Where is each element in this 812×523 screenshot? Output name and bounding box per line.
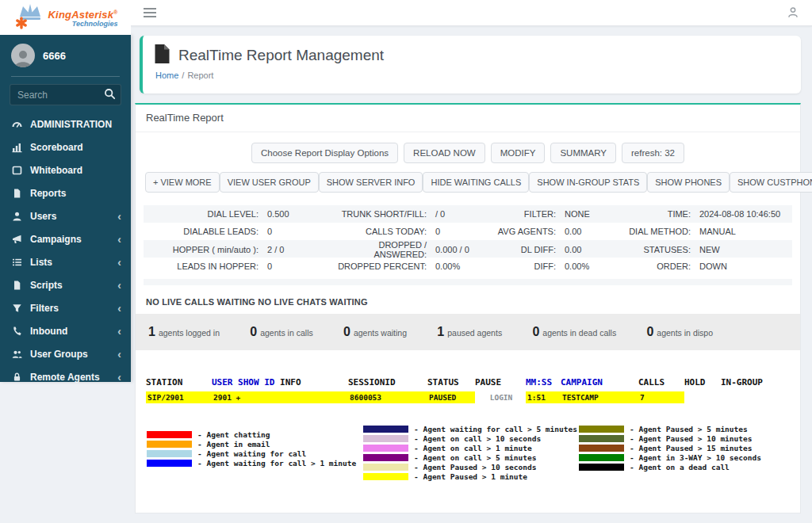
realtime-report-panel: RealTime Report Choose Report Display Op…: [135, 103, 801, 513]
color-swatch: [363, 435, 408, 442]
sidebar-item-inbound[interactable]: Inbound ‹: [0, 319, 131, 342]
legend-label: - Agent on call > 1 minute: [414, 444, 532, 452]
stat-label: DROPPED PERCENT:: [326, 262, 427, 271]
sidebar-item-campaigns[interactable]: Campaigns ‹: [0, 227, 131, 250]
column-mmss-link[interactable]: MM:SS: [526, 377, 561, 387]
legend-label: - Agent waiting for call > 5 minutes: [414, 425, 577, 433]
sidebar-item-whiteboard[interactable]: Whiteboard: [0, 158, 131, 181]
user-icon: [11, 211, 30, 222]
summary-label: agents in dead calls: [542, 328, 616, 338]
stat-value: NONE: [556, 209, 623, 219]
agent-summary-strip: 1agents logged in 0agents in calls 0agen…: [136, 314, 800, 350]
sidebar-item-label: ADMINISTRATION: [30, 119, 121, 130]
sidebar-divider: [11, 76, 120, 77]
breadcrumb-home-link[interactable]: Home: [155, 71, 178, 80]
legend-label: - Agent on call > 5 minutes: [414, 453, 536, 462]
sidebar-item-administration[interactable]: ADMINISTRATION: [0, 113, 131, 136]
stat-label: FILTER:: [496, 209, 556, 219]
stat-label: DIAL METHOD:: [623, 227, 691, 236]
sidebar-item-scripts[interactable]: Scripts ‹: [0, 273, 131, 296]
show-custphones-button[interactable]: SHOW CUSTPHONES: [730, 172, 812, 193]
column-campaign-link[interactable]: CAMPAIGN: [561, 377, 638, 387]
column-pause: PAUSE: [475, 377, 526, 387]
file-icon: [11, 188, 30, 199]
topbar: [131, 0, 812, 26]
chevron-left-icon: ‹: [117, 372, 121, 383]
column-calls: CALLS: [638, 377, 684, 387]
legend-item: - Agent in 3-WAY > 10 seconds: [579, 453, 789, 462]
show-server-info-button[interactable]: SHOW SERVER INFO: [319, 172, 423, 193]
agent-campaign: TESTCAMP: [561, 391, 638, 403]
sidebar-item-filters[interactable]: Filters ‹: [0, 296, 131, 319]
chevron-left-icon: ‹: [117, 303, 121, 314]
sidebar-item-lists[interactable]: Lists ‹: [0, 250, 131, 273]
stat-value: 0: [427, 227, 496, 236]
legend-item: - Agent on call > 1 minute: [363, 444, 579, 452]
campaign-stats: DIAL LEVEL:0.500 TRUNK SHORT/FILL:/ 0 FI…: [144, 205, 792, 285]
show-in-group-stats-button[interactable]: SHOW IN-GROUP STATS: [529, 172, 647, 193]
script-icon: [11, 280, 30, 291]
account-icon[interactable]: [787, 6, 799, 19]
color-swatch: [579, 435, 624, 442]
column-station: STATION: [146, 377, 212, 387]
stat-value: 0.500: [259, 209, 326, 219]
sidebar-item-reports[interactable]: Reports: [0, 181, 131, 204]
gauge-icon: [11, 119, 30, 130]
summary-agents-in-dead-calls: 0agents in dead calls: [532, 325, 616, 339]
agent-pause: LOGIN: [475, 391, 526, 403]
avatar[interactable]: [11, 44, 35, 67]
document-icon: [154, 44, 170, 67]
agent-calls: 7: [638, 391, 684, 403]
search-icon[interactable]: [104, 88, 116, 103]
summary-paused-agents: 1paused agents: [437, 325, 502, 339]
color-swatch: [579, 454, 624, 461]
summary-button[interactable]: SUMMARY: [550, 143, 616, 163]
summary-agents-logged-in: 1agents logged in: [148, 325, 220, 339]
chevron-left-icon: ‹: [117, 280, 121, 291]
view-more-button[interactable]: + VIEW MORE: [145, 172, 220, 193]
sidebar-item-label: Reports: [30, 188, 121, 199]
sidebar-item-label: Whiteboard: [30, 165, 121, 176]
user-name: 6666: [43, 50, 66, 62]
brand-logo[interactable]: KingAsterisk® Technologies: [0, 0, 131, 35]
stats-row: HOPPER ( min/auto ):2 / 0 DROPPED / ANSW…: [144, 240, 792, 258]
panel-title: RealTime Report: [136, 105, 800, 132]
color-swatch: [363, 454, 408, 461]
modify-button[interactable]: MODIFY: [491, 143, 546, 163]
user-show-id-link[interactable]: USER SHOW ID: [212, 377, 274, 387]
sidebar-item-scoreboard[interactable]: Scoreboard: [0, 136, 131, 158]
sidebar-item-label: Scoreboard: [30, 142, 121, 153]
sidebar-item-remote-agents[interactable]: Remote Agents ‹: [0, 365, 131, 388]
color-swatch: [147, 441, 192, 448]
reload-now-button[interactable]: RELOAD NOW: [404, 143, 485, 163]
stat-value: 0.00: [556, 245, 623, 254]
sidebar-item-user-groups[interactable]: User Groups ‹: [0, 342, 131, 365]
choose-report-display-options-button[interactable]: Choose Report Display Options: [251, 143, 398, 163]
hide-waiting-calls-button[interactable]: HIDE WAITING CALLS: [423, 172, 529, 193]
summary-value: 1: [148, 325, 155, 339]
chevron-left-icon: ‹: [117, 257, 121, 268]
legend-label: - Agent chatting: [197, 430, 270, 439]
stat-label: DIFF:: [496, 262, 556, 271]
stat-value: 0: [259, 262, 326, 271]
legend-column-3: - Agent Paused > 5 minutes - Agent Pause…: [579, 425, 789, 481]
board-icon: [11, 165, 30, 176]
legend-item: - Agent Paused > 1 minute: [363, 472, 579, 481]
summary-label: agents in calls: [260, 328, 313, 338]
show-phones-button[interactable]: SHOW PHONES: [647, 172, 730, 193]
stats-row: LEADS IN HOPPER:0 DROPPED PERCENT:0.00% …: [144, 258, 792, 275]
sidebar-item-label: User Groups: [30, 349, 117, 360]
summary-label: agents waiting: [354, 328, 407, 338]
color-swatch: [363, 473, 408, 480]
column-user: USER SHOW ID INFO: [212, 377, 348, 387]
lock-icon: [11, 372, 30, 383]
summary-agents-in-calls: 0agents in calls: [250, 325, 312, 339]
summary-label: agents in dispo: [657, 328, 713, 338]
hamburger-icon[interactable]: [144, 6, 156, 20]
sidebar-item-users[interactable]: Users ‹: [0, 204, 131, 227]
summary-agents-in-dispo: 0agents in dispo: [646, 325, 713, 339]
stat-label: CALLS TODAY:: [326, 227, 427, 236]
refresh-counter-button[interactable]: refresh: 32: [622, 143, 684, 163]
view-user-group-button[interactable]: VIEW USER GROUP: [220, 172, 319, 193]
breadcrumb-current: Report: [187, 71, 213, 80]
